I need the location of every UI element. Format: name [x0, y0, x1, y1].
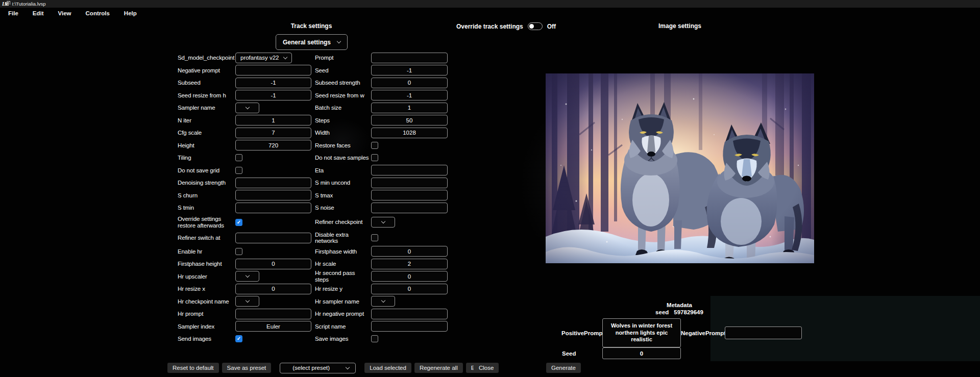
generated-image: [546, 73, 814, 263]
select-hr-checkpoint-name[interactable]: [235, 296, 259, 307]
field-label-prompt: Prompt: [315, 55, 371, 61]
input-batch-size[interactable]: 1: [371, 103, 448, 113]
input-seed-resize-from-w[interactable]: -1: [371, 90, 448, 100]
input-hr-negative-prompt[interactable]: [371, 309, 448, 319]
form-row: N iter1Steps50: [178, 114, 449, 127]
regenerate-all-button[interactable]: Regenerate all: [414, 363, 463, 373]
select-refiner-checkpoint[interactable]: [371, 217, 395, 228]
override-track-settings-toggle[interactable]: [528, 22, 543, 30]
field-control: 0: [235, 259, 311, 269]
field-control: [371, 203, 448, 213]
field-label-hr-sampler-name: Hr sampler name: [315, 298, 371, 305]
metadata-seed-input[interactable]: 0: [602, 347, 681, 359]
input-seed[interactable]: -1: [371, 65, 448, 76]
chevron-down-icon: [283, 55, 287, 59]
menu-view[interactable]: View: [51, 9, 79, 18]
field-label-hr-prompt: Hr prompt: [178, 311, 235, 317]
input-height[interactable]: 720: [235, 140, 311, 150]
checkbox-do-not-save-grid[interactable]: [235, 167, 242, 174]
input-cfg-scale[interactable]: 7: [235, 128, 311, 138]
field-control: [235, 154, 311, 161]
input-s-tmax[interactable]: [371, 190, 448, 200]
input-prompt[interactable]: [371, 53, 448, 63]
input-eta[interactable]: [371, 165, 448, 175]
input-subseed[interactable]: -1: [235, 78, 311, 88]
chevron-down-icon: [381, 298, 385, 303]
form-row: Denoising strengthS min uncond: [178, 177, 449, 189]
form-row: Cfg scale7Width1028: [178, 127, 449, 139]
input-hr-resize-y[interactable]: 0: [371, 284, 448, 294]
input-seed-resize-from-h[interactable]: -1: [235, 90, 311, 100]
form-row: Firstphase height0Hr scale2: [178, 258, 449, 270]
input-negative-prompt[interactable]: [235, 65, 311, 76]
select-sampler-name[interactable]: [235, 103, 259, 113]
input-n-iter[interactable]: 1: [235, 115, 311, 125]
menu-controls[interactable]: Controls: [79, 9, 117, 18]
input-script-name[interactable]: [371, 321, 448, 332]
generate-button[interactable]: Generate: [546, 363, 581, 373]
preset-select[interactable]: (select preset): [280, 363, 356, 373]
input-hr-resize-x[interactable]: 0: [235, 284, 311, 294]
field-control: 50: [371, 115, 448, 125]
close-window-button[interactable]: ✕: [0, 0, 13, 8]
negative-prompt-input[interactable]: [725, 326, 802, 339]
chevron-down-icon: [245, 273, 249, 278]
checkbox-save-images[interactable]: [371, 335, 378, 342]
checkbox-send-images[interactable]: [235, 335, 242, 342]
form-row: Sampler indexEulerScript name: [178, 320, 449, 333]
input-refiner-switch-at[interactable]: [235, 233, 311, 243]
save-as-preset-button[interactable]: Save as preset: [222, 363, 272, 373]
checkbox-disable-extra-networks[interactable]: [371, 234, 378, 241]
checkbox-override-settings-restore-afterwards[interactable]: [235, 219, 242, 226]
window-title: I:\Tutorialia.lvsp: [12, 1, 45, 7]
field-control: [371, 234, 448, 241]
field-label-sampler-name: Sampler name: [178, 105, 235, 111]
form-row: Height720Restore faces: [178, 139, 449, 152]
field-control: [235, 190, 311, 200]
settings-category-select[interactable]: General settings: [276, 34, 348, 50]
input-hr-second-pass-steps[interactable]: 0: [371, 271, 448, 282]
metadata-seed-line: seed 597829649: [628, 309, 730, 315]
form-row: Hr upscalerHr second pass steps0: [178, 270, 449, 283]
footer-actions: Reset to default Save as preset (select …: [167, 363, 494, 373]
input-hr-scale[interactable]: 2: [371, 259, 448, 269]
input-firstphase-width[interactable]: 0: [371, 246, 448, 257]
checkbox-enable-hr[interactable]: [235, 248, 242, 255]
menu-file[interactable]: File: [1, 9, 26, 18]
field-control: 0: [371, 78, 448, 88]
positive-prompt-input[interactable]: Wolves in winter forest northern lights …: [602, 318, 681, 347]
field-label-hr-upscaler: Hr upscaler: [178, 273, 235, 280]
input-s-min-uncond[interactable]: [371, 178, 448, 188]
field-control: 0: [235, 284, 311, 294]
field-control: [235, 178, 311, 188]
input-s-churn[interactable]: [235, 190, 311, 200]
input-s-noise[interactable]: [371, 203, 448, 213]
select-sd-model-checkpoint[interactable]: profantasy v22: [235, 53, 292, 63]
input-steps[interactable]: 50: [371, 115, 448, 125]
field-label-negative-prompt: Negative prompt: [178, 67, 235, 74]
input-hr-prompt[interactable]: [235, 309, 311, 319]
input-subseed-strength[interactable]: 0: [371, 78, 448, 88]
input-sampler-index[interactable]: Euler: [235, 321, 311, 332]
input-s-tmin[interactable]: [235, 203, 311, 213]
menu-help[interactable]: Help: [117, 9, 144, 18]
field-control: 7: [235, 128, 311, 138]
preset-select-value: (select preset): [292, 365, 346, 371]
checkbox-do-not-save-samples[interactable]: [371, 154, 378, 161]
select-hr-sampler-name[interactable]: [371, 296, 395, 307]
field-label-hr-scale: Hr scale: [315, 261, 371, 267]
metadata-seed-field-label: Seed: [562, 350, 593, 357]
load-selected-button[interactable]: Load selected: [364, 363, 411, 373]
close-button[interactable]: Close: [474, 363, 499, 373]
reset-to-default-button[interactable]: Reset to default: [167, 363, 219, 373]
input-denoising-strength[interactable]: [235, 178, 311, 188]
checkbox-restore-faces[interactable]: [371, 142, 378, 149]
checkbox-tiling[interactable]: [235, 154, 242, 161]
input-width[interactable]: 1028: [371, 128, 448, 138]
field-control: -1: [235, 90, 311, 100]
field-control: [235, 103, 311, 113]
select-hr-upscaler[interactable]: [235, 271, 259, 282]
input-firstphase-height[interactable]: 0: [235, 259, 311, 269]
menu-edit[interactable]: Edit: [26, 9, 51, 18]
toggle-knob: [529, 24, 534, 29]
